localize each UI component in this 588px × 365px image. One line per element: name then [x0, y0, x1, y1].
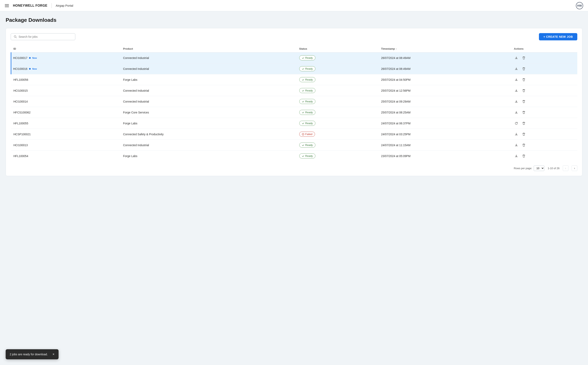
- download-icon: [515, 89, 518, 92]
- refresh-button[interactable]: [514, 121, 519, 126]
- page-range: 1-10 of 26: [548, 167, 560, 170]
- col-product: Product: [120, 45, 297, 52]
- new-label: New: [32, 68, 37, 70]
- prev-page-button[interactable]: ‹: [563, 165, 568, 171]
- check-icon: [302, 68, 304, 70]
- id-value: HCI100014: [14, 100, 28, 103]
- status-text: Failed: [305, 133, 312, 136]
- rows-per-page-label: Rows per page:: [514, 167, 532, 170]
- download-button[interactable]: [514, 132, 519, 137]
- search-box[interactable]: [11, 33, 75, 40]
- sort-arrow-icon[interactable]: ↑: [396, 48, 397, 50]
- id-value: HCI100016: [13, 67, 28, 70]
- status-badge: Failed: [299, 132, 315, 137]
- status-text: Ready: [305, 56, 313, 59]
- cell-status: Ready: [297, 52, 379, 63]
- cell-status: Ready: [297, 140, 379, 151]
- delete-button[interactable]: [522, 88, 526, 93]
- actions-container: [514, 154, 575, 158]
- check-icon: [302, 155, 304, 157]
- next-page-button[interactable]: ›: [572, 165, 577, 171]
- create-new-job-button[interactable]: + CREATE NEW JOB: [539, 33, 577, 40]
- col-timestamp: Timestamp ↑: [379, 45, 511, 52]
- hamburger-menu-icon[interactable]: [5, 4, 9, 7]
- cell-status: Ready: [297, 96, 379, 107]
- status-text: Ready: [305, 78, 313, 81]
- delete-icon: [522, 144, 525, 147]
- download-button[interactable]: [514, 56, 519, 60]
- main-card: + CREATE NEW JOB ID Product Status Times…: [6, 28, 582, 176]
- error-icon: [302, 133, 304, 135]
- cell-actions: [511, 107, 577, 118]
- delete-button[interactable]: [522, 66, 526, 71]
- status-badge: Ready: [299, 88, 316, 93]
- download-button[interactable]: [514, 110, 519, 115]
- refresh-icon: [515, 122, 518, 125]
- delete-button[interactable]: [522, 56, 526, 60]
- delete-button[interactable]: [522, 77, 526, 82]
- cell-id: HFCS100062: [11, 107, 121, 118]
- check-icon: [302, 78, 304, 81]
- cell-id: HCI100013: [11, 140, 121, 151]
- table-row: HFL100055Forge LabsReady24/07/2024 at 06…: [11, 118, 577, 129]
- download-button[interactable]: [514, 143, 519, 147]
- cell-status: Ready: [297, 151, 379, 161]
- brand-logo: HONEYWELL FORGE: [13, 4, 48, 7]
- check-icon: [302, 100, 304, 103]
- download-button[interactable]: [514, 99, 519, 104]
- status-badge: Ready: [299, 110, 316, 115]
- avatar[interactable]: HW: [576, 2, 583, 9]
- download-icon: [515, 144, 518, 147]
- table-row: HCI100016NewConnected IndustrialReady26/…: [11, 63, 577, 74]
- check-icon: [302, 144, 304, 146]
- actions-container: [514, 56, 575, 60]
- delete-button[interactable]: [522, 99, 526, 104]
- actions-container: [514, 121, 575, 126]
- cell-timestamp: 25/07/2024 at 08:25AM: [379, 107, 511, 118]
- download-button[interactable]: [514, 77, 519, 82]
- page-content: Package Downloads + CREATE NEW JOB ID Pr…: [0, 11, 588, 182]
- table-header-row: ID Product Status Timestamp ↑ Actions: [11, 45, 577, 52]
- check-icon: [302, 89, 304, 92]
- cell-timestamp: 25/07/2024 at 04:50PM: [379, 74, 511, 85]
- delete-button[interactable]: [522, 154, 526, 158]
- id-value: HCI100013: [14, 144, 28, 147]
- cell-product: Forge Core Services: [120, 107, 297, 118]
- cell-timestamp: 23/07/2024 at 05:09PM: [379, 151, 511, 161]
- status-text: Ready: [305, 100, 313, 103]
- cell-product: Forge Labs: [120, 74, 297, 85]
- rows-per-page-select[interactable]: 10 25 50: [534, 166, 544, 171]
- search-input[interactable]: [19, 35, 72, 38]
- cell-timestamp: 25/07/2024 at 12:56PM: [379, 85, 511, 96]
- download-icon: [515, 100, 518, 103]
- toolbar: + CREATE NEW JOB: [11, 33, 577, 40]
- status-badge: Ready: [299, 142, 316, 147]
- download-icon: [515, 56, 518, 60]
- download-button[interactable]: [514, 154, 519, 158]
- id-value: HCSP100021: [14, 133, 31, 136]
- actions-container: [514, 143, 575, 147]
- cell-timestamp: 25/07/2024 at 09:29AM: [379, 96, 511, 107]
- actions-container: [514, 132, 575, 137]
- download-button[interactable]: [514, 66, 519, 71]
- delete-button[interactable]: [522, 121, 526, 126]
- cell-product: Connected Industrial: [120, 85, 297, 96]
- delete-icon: [522, 100, 525, 103]
- download-button[interactable]: [514, 88, 519, 93]
- cell-product: Forge Labs: [120, 151, 297, 161]
- delete-button[interactable]: [522, 143, 526, 147]
- status-badge: Ready: [299, 121, 316, 126]
- delete-icon: [522, 154, 525, 158]
- cell-actions: [511, 129, 577, 140]
- cell-actions: [511, 85, 577, 96]
- new-indicator-icon: [29, 57, 31, 59]
- id-value: HFL100056: [14, 78, 28, 81]
- cell-id: HCI100015: [11, 85, 121, 96]
- cell-product: Connected Safety & Productivity: [120, 129, 297, 140]
- delete-button[interactable]: [522, 110, 526, 115]
- cell-timestamp: 24/07/2024 at 11:15AM: [379, 140, 511, 151]
- delete-button[interactable]: [522, 132, 526, 137]
- status-text: Ready: [305, 89, 313, 92]
- status-badge: Ready: [299, 77, 316, 82]
- cell-actions: [511, 151, 577, 161]
